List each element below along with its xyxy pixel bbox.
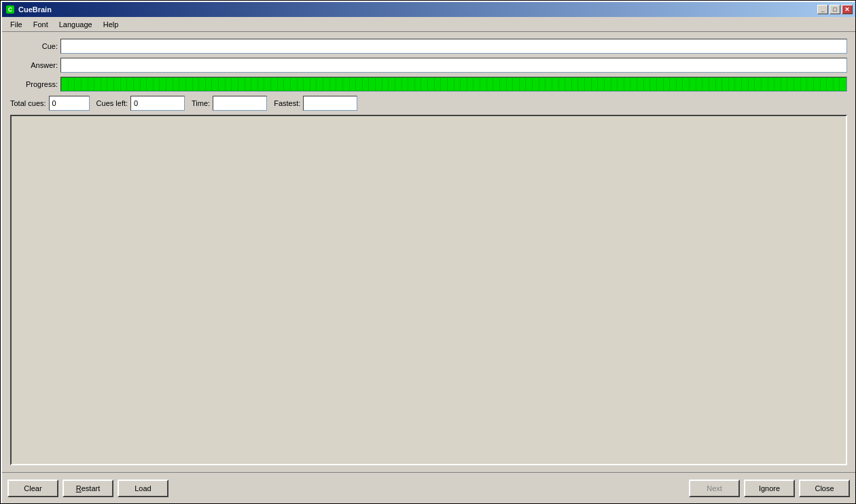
answer-label: Answer:: [10, 61, 58, 69]
total-cues-item: Total cues:: [10, 96, 90, 111]
fastest-input[interactable]: [303, 96, 357, 111]
time-input[interactable]: [213, 96, 267, 111]
cue-label: Cue:: [10, 42, 58, 50]
cue-row: Cue:: [10, 39, 847, 54]
next-button[interactable]: Next: [689, 480, 740, 497]
menu-file[interactable]: File: [5, 19, 28, 30]
cues-left-item: Cues left:: [96, 96, 185, 111]
menu-font[interactable]: Font: [28, 19, 54, 30]
cues-left-label: Cues left:: [96, 99, 128, 107]
answer-input[interactable]: [60, 58, 847, 73]
stats-row: Total cues: Cues left: Time: Fastest:: [10, 96, 847, 111]
menu-bar: File Font Language Help: [2, 17, 855, 32]
left-buttons: Clear Restart Load: [7, 480, 168, 497]
app-icon: C: [5, 4, 16, 15]
progress-row: Progress:: [10, 77, 847, 92]
answer-row: Answer:: [10, 58, 847, 73]
progress-fill: [61, 77, 846, 91]
app-title: CueBrain: [18, 5, 52, 14]
time-item: Time:: [192, 96, 267, 111]
menu-language[interactable]: Language: [54, 19, 98, 30]
right-buttons: Next Ignore Close: [689, 480, 850, 497]
load-button[interactable]: Load: [118, 480, 168, 497]
window-controls: _ □ ✕: [817, 5, 853, 14]
clear-button[interactable]: Clear: [7, 480, 58, 497]
restart-button[interactable]: Restart: [63, 480, 113, 497]
progress-bar: [60, 77, 847, 92]
progress-label: Progress:: [10, 80, 58, 88]
fastest-label: Fastest:: [274, 99, 300, 107]
title-bar: C CueBrain _ □ ✕: [2, 2, 855, 17]
total-cues-input[interactable]: [49, 96, 90, 111]
main-content: Cue: Answer: Progress: Total cues: Cues …: [2, 32, 855, 472]
maximize-button[interactable]: □: [830, 5, 840, 14]
ignore-button[interactable]: Ignore: [744, 480, 795, 497]
fastest-item: Fastest:: [274, 96, 357, 111]
button-bar: Clear Restart Load Next Ignore Close: [2, 472, 855, 503]
cue-input[interactable]: [60, 39, 847, 54]
close-window-button[interactable]: ✕: [842, 5, 853, 14]
close-button[interactable]: Close: [799, 480, 850, 497]
cues-left-input[interactable]: [130, 96, 185, 111]
time-label: Time:: [192, 99, 210, 107]
menu-help[interactable]: Help: [98, 19, 124, 30]
content-area: [10, 115, 847, 465]
minimize-button[interactable]: _: [817, 5, 828, 14]
total-cues-label: Total cues:: [10, 99, 46, 107]
svg-text:C: C: [8, 6, 13, 13]
